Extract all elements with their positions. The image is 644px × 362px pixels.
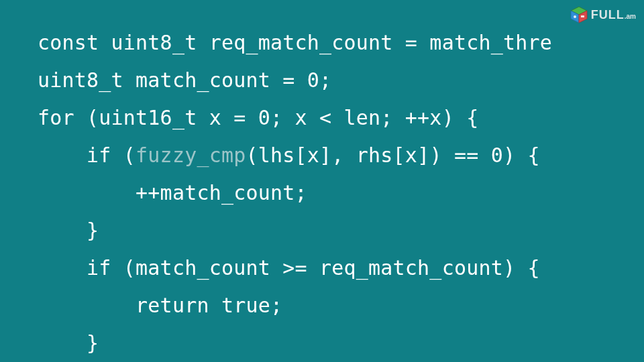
code-line: if (fuzzy_cmp(lhs[x], rhs[x]) == 0) { bbox=[38, 137, 552, 174]
code-token: ++match_count; bbox=[38, 181, 307, 204]
code-token: uint8_t match_count = 0; bbox=[38, 68, 331, 92]
logo-text: FULL.am bbox=[591, 8, 636, 22]
code-token: } bbox=[38, 331, 99, 355]
code-token: const uint8_t req_match_count = match_th… bbox=[38, 31, 552, 54]
logo-main-text: FULL bbox=[591, 8, 625, 21]
svg-point-3 bbox=[574, 15, 576, 18]
code-block: const uint8_t req_match_count = match_th… bbox=[38, 24, 552, 362]
code-token: if (match_count >= req_match_count) { bbox=[38, 256, 540, 280]
code-token-dim: fuzzy_cmp bbox=[136, 143, 246, 167]
code-line: } bbox=[38, 212, 552, 249]
code-line: ++match_count; bbox=[38, 174, 552, 212]
logo-suffix: .am bbox=[625, 13, 636, 20]
code-line: for (uint16_t x = 0; x < len; ++x) { bbox=[38, 99, 552, 137]
code-line: if (match_count >= req_match_count) { bbox=[38, 249, 552, 287]
svg-rect-4 bbox=[581, 15, 584, 17]
code-line: uint8_t match_count = 0; bbox=[38, 62, 552, 99]
code-line: return true; bbox=[38, 287, 552, 324]
watermark-logo: FULL.am bbox=[570, 5, 636, 24]
code-token: if ( bbox=[38, 143, 136, 167]
code-line: const uint8_t req_match_count = match_th… bbox=[38, 24, 552, 62]
code-line: } bbox=[38, 324, 552, 362]
code-token: for (uint16_t x = 0; x < len; ++x) { bbox=[38, 106, 478, 129]
logo-cube-icon bbox=[570, 5, 588, 24]
code-token: (lhs[x], rhs[x]) == 0) { bbox=[246, 143, 539, 167]
code-token: } bbox=[38, 219, 99, 242]
code-token: return true; bbox=[38, 294, 282, 317]
